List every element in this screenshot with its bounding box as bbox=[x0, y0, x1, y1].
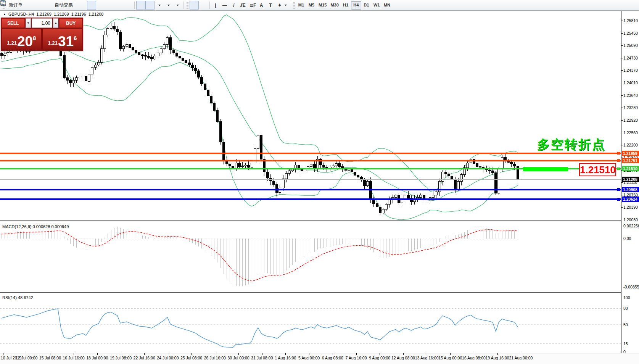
periods-dropdown[interactable] bbox=[164, 1, 173, 10]
sell-price-prefix: 1.21 bbox=[7, 40, 17, 46]
tile-windows-button[interactable] bbox=[124, 1, 133, 10]
macd-indicator-area[interactable] bbox=[0, 222, 621, 292]
horizontal-line-object[interactable] bbox=[0, 189, 621, 190]
macd-axis-label: 0.002256 bbox=[623, 224, 639, 228]
autotrading-button[interactable]: 自动交易 bbox=[52, 1, 74, 10]
timeframe-h4[interactable]: H4 bbox=[351, 1, 361, 10]
price-axis-label: 1.25810 bbox=[623, 18, 638, 23]
horizontal-line-object[interactable] bbox=[0, 160, 621, 161]
zoom-in-button[interactable] bbox=[105, 1, 114, 10]
time-axis-label: 16 Jul 16:00 bbox=[63, 356, 84, 360]
time-axis-label: 7 Aug 16:00 bbox=[345, 356, 367, 360]
volume-increase-button[interactable]: ▲ bbox=[53, 18, 58, 28]
horizontal-line-object[interactable] bbox=[0, 198, 621, 200]
line-anchor-marker[interactable] bbox=[617, 198, 620, 201]
toolbar-right-group bbox=[619, 1, 637, 10]
ohlc-low: 1.21196 bbox=[71, 12, 86, 16]
search-button[interactable] bbox=[619, 1, 628, 10]
auto-scroll-button[interactable] bbox=[136, 1, 145, 10]
text-tool-glyph: A bbox=[259, 3, 264, 8]
templates-dropdown[interactable] bbox=[173, 1, 182, 10]
timeframe-m15[interactable]: M15 bbox=[317, 1, 328, 10]
indicators-dropdown[interactable] bbox=[155, 1, 164, 10]
line-chart-button[interactable] bbox=[96, 1, 105, 10]
timeframe-m30[interactable]: M30 bbox=[328, 1, 340, 10]
price-axis[interactable]: 1.258101.254501.250901.247301.243701.240… bbox=[621, 11, 639, 353]
axis-tick bbox=[621, 21, 623, 21]
price-axis-label: 1.22560 bbox=[623, 130, 638, 135]
zoom-out-button[interactable] bbox=[114, 1, 124, 10]
equidistant-channel-tool[interactable]: ⫽E bbox=[239, 1, 248, 10]
timeframe-m1[interactable]: M1 bbox=[296, 1, 306, 10]
text-tool[interactable]: A bbox=[257, 1, 266, 10]
axis-tick bbox=[621, 33, 623, 34]
axis-tick bbox=[621, 45, 623, 46]
chart-shift-button[interactable] bbox=[145, 1, 155, 10]
time-axis-tick bbox=[27, 353, 27, 355]
sell-price-button[interactable]: 1.21 20 8 bbox=[2, 29, 42, 50]
time-axis[interactable]: 10 Jul 201912 Jul 00:0015 Jul 08:0016 Ju… bbox=[0, 353, 639, 364]
line-anchor-marker[interactable] bbox=[617, 152, 620, 155]
price-axis-label: 1.20390 bbox=[623, 205, 638, 209]
chart-text-annotation[interactable]: 多空转折点 bbox=[537, 136, 606, 153]
horizontal-line-object[interactable] bbox=[0, 153, 621, 154]
equidistant-channel-tool-glyph: ⫽E bbox=[240, 3, 246, 8]
trendline-tool[interactable]: / bbox=[230, 1, 239, 10]
timeframe-mn[interactable]: MN bbox=[382, 1, 392, 10]
current-price-line bbox=[0, 179, 621, 180]
chat-button[interactable] bbox=[628, 1, 637, 10]
volume-decrease-button[interactable]: ▼ bbox=[26, 18, 31, 28]
highlight-bar-object[interactable] bbox=[523, 167, 568, 171]
rsi-line bbox=[2, 309, 518, 347]
panel-separator[interactable] bbox=[0, 292, 639, 294]
macd-axis-label: 0.00 bbox=[623, 236, 631, 241]
bar-chart-button[interactable] bbox=[78, 1, 87, 10]
axis-tick bbox=[621, 83, 623, 83]
text-label-tool[interactable]: T bbox=[266, 1, 275, 10]
candlestick-chart-button[interactable] bbox=[87, 1, 96, 10]
vertical-line-tool[interactable]: | bbox=[211, 1, 221, 10]
fibonacci-tool[interactable]: ≣F bbox=[248, 1, 257, 10]
horizontal-line-tool[interactable]: — bbox=[221, 1, 230, 10]
toolbar-separator bbox=[183, 2, 184, 9]
price-axis-label: 1.23280 bbox=[623, 105, 638, 110]
buy-price-button[interactable]: 1.21 31 6 bbox=[42, 29, 82, 50]
line-anchor-marker[interactable] bbox=[617, 188, 620, 191]
cursor-button[interactable] bbox=[190, 1, 199, 10]
time-axis-label: 15 Jul 08:00 bbox=[39, 356, 61, 360]
line-anchor-marker[interactable] bbox=[617, 159, 620, 162]
toolbar-separator bbox=[209, 2, 210, 9]
time-axis-label: 26 Jul 16:00 bbox=[204, 356, 226, 360]
buy-button[interactable]: BUY bbox=[59, 18, 82, 28]
rsi-indicator-area[interactable] bbox=[0, 295, 621, 353]
time-axis-tick bbox=[427, 353, 427, 355]
main-toolbar: 新订单自动交易|—/⫽E≣FAT✦M1M5M15M30H1H4D1W1MN bbox=[0, 0, 639, 11]
time-axis-tick bbox=[262, 353, 262, 355]
crosshair-button[interactable] bbox=[199, 1, 208, 10]
timeframe-m5[interactable]: M5 bbox=[306, 1, 317, 10]
new-order-button[interactable]: 新订单 bbox=[6, 1, 24, 10]
signals-button[interactable] bbox=[42, 1, 52, 10]
bollinger-lower-band bbox=[2, 58, 518, 220]
chevron-down-icon bbox=[158, 5, 161, 6]
collapse-panel-icon[interactable]: ▲ bbox=[3, 13, 6, 16]
timeframe-d1[interactable]: D1 bbox=[361, 1, 372, 10]
price-axis-label: 1.22920 bbox=[623, 118, 638, 122]
timeframe-h1[interactable]: H1 bbox=[341, 1, 351, 10]
profile-button[interactable] bbox=[33, 1, 42, 10]
arrows-tool[interactable]: ✦ bbox=[275, 1, 288, 10]
market-watch-button[interactable] bbox=[24, 1, 33, 10]
price-badge: 1.21751 bbox=[622, 158, 639, 163]
time-axis-label: 21 Aug 00:00 bbox=[509, 356, 533, 360]
time-axis-label: 13 Aug 16:00 bbox=[415, 356, 439, 360]
timeframe-w1[interactable]: W1 bbox=[372, 1, 382, 10]
time-axis-tick bbox=[121, 353, 121, 355]
vertical-line-tool-glyph: | bbox=[213, 3, 218, 8]
trendline-tool-glyph: / bbox=[231, 3, 237, 8]
volume-input[interactable] bbox=[32, 18, 52, 28]
line-anchor-marker[interactable] bbox=[617, 168, 620, 170]
macd-axis-label: -0.008553 bbox=[623, 285, 639, 289]
price-axis-label: 1.24730 bbox=[623, 56, 638, 60]
sell-button[interactable]: SELL bbox=[2, 18, 25, 28]
price-callout-box[interactable]: 1.21510 bbox=[579, 163, 616, 176]
